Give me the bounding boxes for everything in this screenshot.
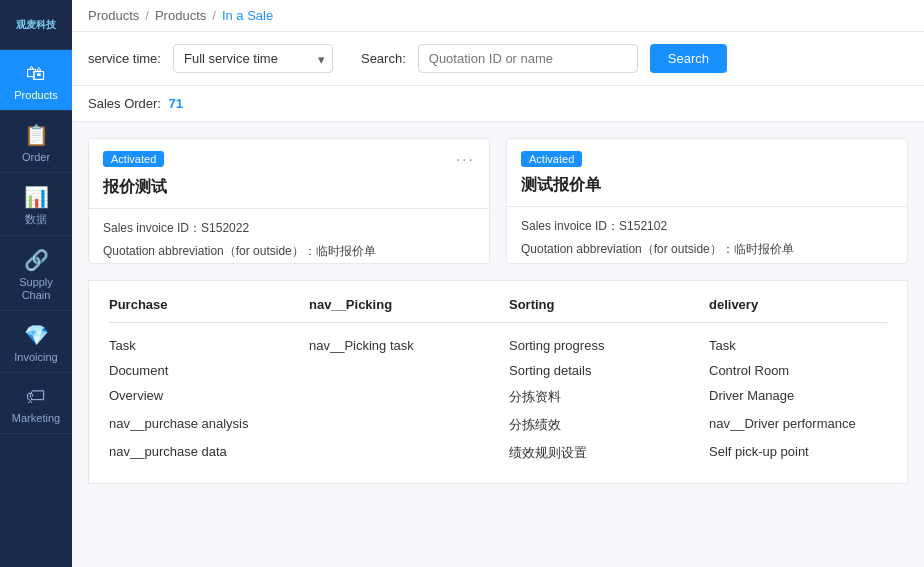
nav-delivery-driver-perf[interactable]: nav__Driver performance — [709, 411, 924, 439]
card-2-badge: Activated — [521, 151, 582, 167]
col-title-delivery: delivery — [709, 297, 924, 312]
card-2-title: 测试报价单 — [507, 173, 907, 206]
nav-purchase-document[interactable]: Document — [109, 358, 309, 383]
breadcrumb-current: In a Sale — [222, 8, 273, 23]
nav-sorting-material[interactable]: 分拣资料 — [509, 383, 709, 411]
service-time-select[interactable]: Full service time — [173, 44, 333, 73]
data-icon: 📊 — [24, 185, 49, 209]
sidebar-label-marketing: Marketing — [12, 412, 60, 425]
breadcrumb-products1[interactable]: Products — [88, 8, 139, 23]
search-label: Search: — [361, 51, 406, 66]
search-input[interactable] — [418, 44, 638, 73]
app-logo: 观麦科技 — [0, 0, 72, 50]
supply-nav-rows: Task nav__Picking task Sorting progress … — [109, 333, 887, 467]
nav-picking-2 — [309, 358, 509, 383]
supply-chain-icon: 🔗 — [24, 248, 49, 272]
sidebar-item-supply-chain[interactable]: 🔗 Supply Chain — [0, 236, 72, 311]
card-2: Activated 测试报价单 Sales invoice ID：S152102… — [506, 138, 908, 264]
nav-picking-5 — [309, 439, 509, 467]
col-title-purchase: Purchase — [109, 297, 309, 312]
cards-container: Activated ··· 报价测试 Sales invoice ID：S152… — [72, 122, 924, 264]
card-2-header: Activated — [507, 139, 907, 173]
sidebar-item-products[interactable]: 🛍 Products — [0, 50, 72, 111]
card-1-menu[interactable]: ··· — [456, 151, 475, 169]
marketing-icon: 🏷 — [26, 385, 46, 408]
nav-delivery-control[interactable]: Control Room — [709, 358, 924, 383]
order-icon: 📋 — [24, 123, 49, 147]
sales-bar: Sales Order: 71 — [72, 86, 924, 122]
nav-sorting-rules[interactable]: 绩效规则设置 — [509, 439, 709, 467]
sidebar-label-order: Order — [22, 151, 50, 164]
main-content: Products / Products / In a Sale service … — [72, 0, 924, 567]
nav-sorting-perf[interactable]: 分拣绩效 — [509, 411, 709, 439]
service-time-select-wrapper: Full service time — [173, 44, 333, 73]
service-time-label: service time: — [88, 51, 161, 66]
card-1-title: 报价测试 — [89, 175, 489, 208]
nav-delivery-driver[interactable]: Driver Manage — [709, 383, 924, 411]
sidebar-label-data: 数据 — [25, 213, 47, 226]
sales-order-label: Sales Order: — [88, 96, 161, 111]
card-1-badge: Activated — [103, 151, 164, 167]
nav-picking-4 — [309, 411, 509, 439]
sidebar-label-supply-chain: Supply Chain — [4, 276, 68, 302]
card-1-divider — [89, 208, 489, 209]
sidebar-item-data[interactable]: 📊 数据 — [0, 173, 72, 235]
invoicing-icon: 💎 — [24, 323, 49, 347]
logo-text: 观麦科技 — [16, 18, 56, 32]
card-2-quotation: Quotation abbreviation（for outside）：临时报价… — [507, 238, 907, 261]
nav-picking-task[interactable]: nav__Picking task — [309, 333, 509, 358]
sidebar-item-marketing[interactable]: 🏷 Marketing — [0, 373, 72, 434]
breadcrumb-products2[interactable]: Products — [155, 8, 206, 23]
nav-purchase-data[interactable]: nav__purchase data — [109, 439, 309, 467]
breadcrumb-sep2: / — [212, 8, 216, 23]
card-2-invoice-id: Sales invoice ID：S152102 — [507, 215, 907, 238]
nav-sorting-progress[interactable]: Sorting progress — [509, 333, 709, 358]
nav-purchase-analysis[interactable]: nav__purchase analysis — [109, 411, 309, 439]
products-icon: 🛍 — [26, 62, 46, 85]
card-1-quotation: Quotation abbreviation（for outside）：临时报价… — [89, 240, 489, 263]
nav-purchase-task[interactable]: Task — [109, 333, 309, 358]
sidebar-label-products: Products — [14, 89, 57, 102]
sidebar-item-invoicing[interactable]: 💎 Invoicing — [0, 311, 72, 373]
nav-sorting-details[interactable]: Sorting details — [509, 358, 709, 383]
supply-chain-nav: Purchase nav__Picking Sorting delivery T… — [88, 280, 908, 484]
card-1: Activated ··· 报价测试 Sales invoice ID：S152… — [88, 138, 490, 264]
search-button[interactable]: Search — [650, 44, 727, 73]
sidebar: 观麦科技 🛍 Products 📋 Order 📊 数据 🔗 Supply Ch… — [0, 0, 72, 567]
card-1-header: Activated ··· — [89, 139, 489, 175]
sales-order-count: 71 — [169, 96, 183, 111]
breadcrumb-sep1: / — [145, 8, 149, 23]
col-title-sorting: Sorting — [509, 297, 709, 312]
breadcrumb: Products / Products / In a Sale — [72, 0, 924, 32]
nav-delivery-pickup[interactable]: Self pick-up point — [709, 439, 924, 467]
nav-picking-3 — [309, 383, 509, 411]
supply-nav-header: Purchase nav__Picking Sorting delivery T… — [109, 297, 887, 323]
nav-purchase-overview[interactable]: Overview — [109, 383, 309, 411]
card-1-invoice-id: Sales invoice ID：S152022 — [89, 217, 489, 240]
card-2-divider — [507, 206, 907, 207]
nav-delivery-task[interactable]: Task — [709, 333, 924, 358]
sidebar-item-order[interactable]: 📋 Order — [0, 111, 72, 173]
toolbar: service time: Full service time Search: … — [72, 32, 924, 86]
col-title-picking: nav__Picking — [309, 297, 509, 312]
sidebar-label-invoicing: Invoicing — [14, 351, 57, 364]
